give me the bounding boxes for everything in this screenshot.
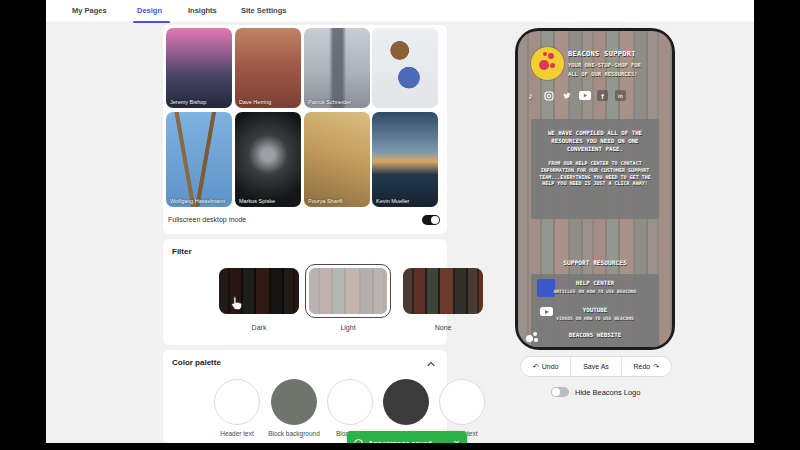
redo-label: Redo — [634, 363, 651, 370]
phone-preview-frame: BEACONS SUPPORT YOUR ONE-STOP-SHOP FOR A… — [515, 28, 675, 350]
twitter-icon[interactable] — [560, 89, 573, 102]
undo-button[interactable]: ↶ Undo — [521, 357, 570, 376]
top-navbar: My Pages Design Insights Site Settings — [46, 0, 754, 23]
background-photo-option[interactable]: Pourya Sharifi — [304, 112, 370, 207]
swatch-block-text[interactable] — [327, 379, 373, 425]
svg-text:in: in — [618, 93, 624, 99]
fullscreen-toggle-row: Fullscreen desktop mode — [168, 212, 442, 232]
tab-my-pages[interactable]: My Pages — [72, 6, 107, 15]
background-photos-card: Jeremy Bishop Dave Herring Patrick Schne… — [163, 25, 447, 234]
instagram-icon[interactable] — [542, 89, 555, 102]
filter-title: Filter — [172, 247, 192, 256]
photo-credit: Markus Spiske — [239, 198, 275, 205]
background-photo-option[interactable] — [372, 28, 438, 108]
phone-preview-screen: BEACONS SUPPORT YOUR ONE-STOP-SHOP FOR A… — [518, 31, 672, 347]
active-tab-underline — [133, 21, 170, 23]
photo-credit: Kevin Mueller — [376, 198, 409, 205]
tab-design[interactable]: Design — [137, 6, 162, 15]
section-title: SUPPORT RESOURCES — [518, 259, 672, 266]
filter-label-none: None — [403, 324, 483, 331]
profile-tagline-line1: YOUR ONE-STOP-SHOP FOR — [568, 62, 641, 68]
link-beacons-website[interactable]: BEACONS WEBSITE — [531, 332, 659, 338]
photo-credit: Patrick Schneider — [308, 99, 351, 106]
tab-site-settings[interactable]: Site Settings — [241, 6, 286, 15]
linkedin-icon[interactable]: in — [614, 89, 627, 102]
hide-logo-row: Hide Beacons Logo — [551, 387, 640, 397]
save-as-label: Save As — [583, 363, 609, 370]
filter-option-none[interactable] — [403, 268, 483, 314]
swatch-label: Block background — [264, 430, 324, 438]
photo-credit: Dave Herring — [239, 99, 271, 106]
chevron-up-icon[interactable] — [427, 360, 435, 368]
letterbox-right — [754, 0, 800, 450]
swatch-button-text[interactable] — [439, 379, 485, 425]
filter-card: Filter Dark Light None — [163, 239, 447, 345]
background-photo-option[interactable]: Kevin Mueller — [372, 112, 438, 207]
intro-text-block: WE HAVE COMPILED ALL OF THE RESOURCES YO… — [531, 119, 659, 219]
swatch-header-text[interactable] — [214, 379, 260, 425]
facebook-icon[interactable]: f — [596, 89, 609, 102]
profile-avatar — [531, 47, 564, 80]
app-window: My Pages Design Insights Site Settings J… — [0, 0, 800, 450]
beacons-logo-watermark — [525, 330, 540, 345]
filter-option-dark[interactable] — [219, 268, 299, 314]
save-as-button[interactable]: Save As — [570, 357, 620, 376]
background-photo-option[interactable]: Markus Spiske — [235, 112, 301, 207]
photo-credit: Jeremy Bishop — [170, 99, 206, 106]
social-icons-row: ♪ f in — [524, 89, 627, 102]
background-photo-option[interactable]: Wolfgang Hasselmann — [166, 112, 232, 207]
links-block: HELP CENTER ARTICLES ON HOW TO USE BEACO… — [531, 274, 659, 347]
background-photo-option[interactable]: Dave Herring — [235, 28, 301, 108]
toggle-knob — [552, 388, 560, 396]
color-palette-title: Color palette — [172, 358, 221, 367]
history-control-bar: ↶ Undo Save As Redo ↷ — [520, 356, 672, 377]
intro-body: FROM OUR HELP CENTER TO CONTACT INFORMAT… — [538, 160, 652, 187]
letterbox-left — [0, 0, 46, 450]
hide-beacons-logo-toggle[interactable] — [551, 387, 569, 397]
youtube-icon[interactable] — [578, 89, 591, 102]
profile-name: BEACONS SUPPORT — [568, 50, 636, 58]
background-photo-option[interactable]: Patrick Schneider — [304, 28, 370, 108]
undo-icon: ↶ — [533, 363, 539, 371]
photo-credit: Pourya Sharifi — [308, 198, 343, 205]
background-photo-option[interactable]: Jeremy Bishop — [166, 28, 232, 108]
profile-tagline-line2: ALL OF OUR RESOURCES! — [568, 71, 638, 77]
light-overlay — [309, 268, 387, 314]
redo-button[interactable]: Redo ↷ — [621, 357, 671, 376]
link-youtube-subtitle: VIDEOS ON HOW TO USE BEACONS — [531, 316, 659, 321]
filter-option-light[interactable] — [305, 264, 391, 318]
fullscreen-toggle-label: Fullscreen desktop mode — [168, 216, 246, 223]
letterbox-bottom — [0, 443, 800, 450]
swatch-label: Header text — [207, 430, 267, 438]
intro-heading: WE HAVE COMPILED ALL OF THE RESOURCES YO… — [538, 129, 652, 153]
swatch-button-background[interactable] — [383, 379, 429, 425]
tiktok-icon[interactable]: ♪ — [524, 89, 537, 102]
fullscreen-toggle[interactable] — [422, 215, 440, 225]
toggle-knob — [431, 216, 439, 224]
color-palette-card: Color palette Header text Block backgrou… — [163, 350, 447, 443]
filter-label-dark: Dark — [219, 324, 299, 331]
svg-text:f: f — [601, 92, 604, 101]
dark-overlay — [219, 268, 299, 314]
redo-icon: ↷ — [653, 363, 659, 371]
link-youtube[interactable]: YOUTUBE — [531, 307, 659, 313]
hide-logo-label: Hide Beacons Logo — [575, 388, 640, 397]
filter-label-light: Light — [308, 324, 388, 331]
undo-label: Undo — [542, 363, 559, 370]
swatch-block-background[interactable] — [271, 379, 317, 425]
link-help-center-subtitle: ARTICLES ON HOW TO USE BEACONS — [531, 289, 659, 294]
tab-insights[interactable]: Insights — [188, 6, 217, 15]
photo-credit: Wolfgang Hasselmann — [170, 198, 225, 205]
link-help-center[interactable]: HELP CENTER — [531, 280, 659, 286]
